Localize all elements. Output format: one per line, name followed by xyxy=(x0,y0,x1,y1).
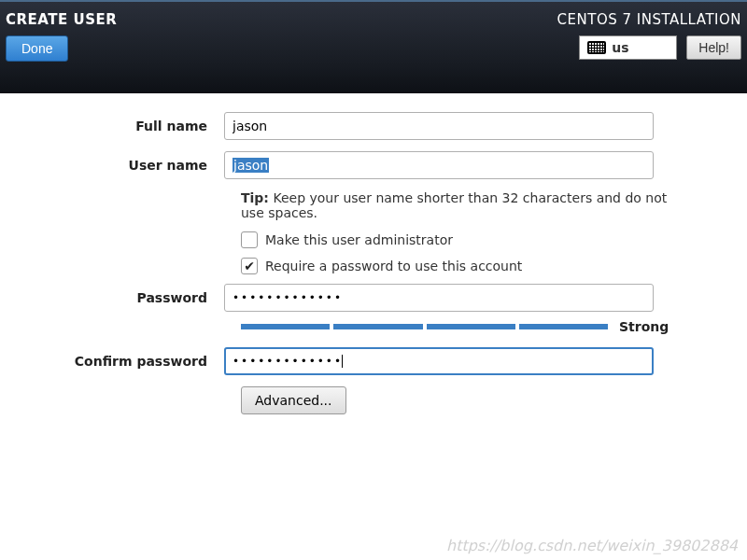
tip-prefix: Tip: xyxy=(241,190,269,205)
advanced-button[interactable]: Advanced... xyxy=(241,386,346,414)
password-label: Password xyxy=(37,290,224,305)
header-controls: us Help! xyxy=(579,35,741,60)
strength-seg-1 xyxy=(241,324,330,329)
strength-seg-3 xyxy=(427,324,515,329)
row-advanced: Advanced... xyxy=(241,386,710,414)
require-password-checkbox[interactable] xyxy=(241,258,258,274)
user-name-selected-text: jason xyxy=(233,158,269,173)
full-name-input[interactable] xyxy=(224,112,654,140)
row-password-strength: Strong xyxy=(241,319,670,334)
username-tip: Tip: Keep your user name shorter than 32… xyxy=(241,190,670,220)
row-full-name: Full name xyxy=(37,112,710,140)
header-left: CREATE USER Done xyxy=(6,11,117,93)
password-strength-bar xyxy=(241,324,608,329)
row-password: Password ••••••••••••• xyxy=(37,284,710,312)
done-button[interactable]: Done xyxy=(6,35,68,62)
help-button[interactable]: Help! xyxy=(686,35,741,60)
row-user-name: User name jason xyxy=(37,151,710,179)
admin-checkbox[interactable] xyxy=(241,231,258,248)
user-name-input[interactable]: jason xyxy=(224,151,654,179)
user-name-label: User name xyxy=(37,158,224,173)
keyboard-icon xyxy=(587,41,606,54)
header-bar: CREATE USER Done CENTOS 7 INSTALLATION u… xyxy=(0,0,747,93)
password-strength-label: Strong xyxy=(619,319,670,334)
header-right: CENTOS 7 INSTALLATION us Help! xyxy=(557,11,741,93)
keyboard-layout-label: us xyxy=(612,40,628,55)
page-title: CREATE USER xyxy=(6,11,117,28)
confirm-password-mask: ••••••••••••• xyxy=(233,355,343,368)
strength-seg-4 xyxy=(519,324,608,329)
password-input[interactable]: ••••••••••••• xyxy=(224,284,654,312)
confirm-password-input[interactable]: ••••••••••••• xyxy=(224,347,654,375)
keyboard-layout-selector[interactable]: us xyxy=(579,35,677,60)
row-require-password-checkbox: Require a password to use this account xyxy=(241,258,670,274)
require-password-checkbox-label[interactable]: Require a password to use this account xyxy=(265,259,522,273)
form: Full name User name jason Tip: Keep your… xyxy=(0,93,747,414)
installer-title: CENTOS 7 INSTALLATION xyxy=(557,11,741,28)
row-confirm-password: Confirm password ••••••••••••• xyxy=(37,347,710,375)
tip-text: Keep your user name shorter than 32 char… xyxy=(241,190,667,220)
watermark: https://blog.csdn.net/weixin_39802884 xyxy=(446,537,738,554)
confirm-password-label: Confirm password xyxy=(37,354,224,369)
strength-seg-2 xyxy=(333,324,422,329)
row-admin-checkbox: Make this user administrator xyxy=(241,231,670,248)
full-name-label: Full name xyxy=(37,119,224,133)
admin-checkbox-label[interactable]: Make this user administrator xyxy=(265,232,453,247)
password-mask: ••••••••••••• xyxy=(233,291,343,304)
text-cursor xyxy=(342,355,343,368)
